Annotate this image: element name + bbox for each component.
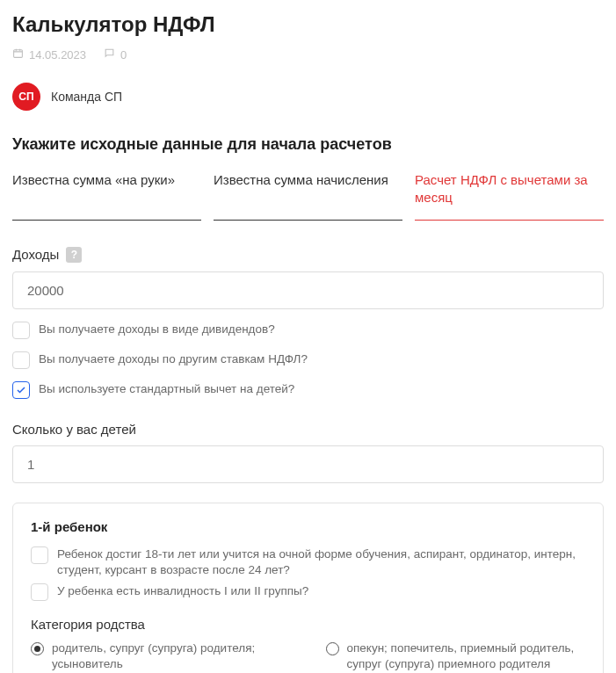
date-meta: 14.05.2023 [12, 47, 86, 62]
children-count-input[interactable] [12, 445, 604, 483]
comments-count: 0 [120, 48, 127, 62]
tab-known-gross[interactable]: Известна сумма начисления [214, 170, 402, 221]
checkbox-dividends-label: Вы получаете доходы в виде дивидендов? [39, 322, 275, 337]
help-icon[interactable]: ? [66, 247, 82, 263]
child-card: 1-й ребенок Ребенок достиг 18-ти лет или… [12, 503, 604, 674]
income-input[interactable] [12, 271, 604, 309]
radio-guardian-item[interactable]: опекун; попечитель, приемный родитель, с… [326, 640, 586, 672]
radio-guardian[interactable] [326, 642, 339, 655]
income-label: Доходы [12, 247, 59, 262]
checkbox-child-disability[interactable] [31, 583, 48, 601]
checkbox-dividends[interactable] [12, 322, 30, 339]
radio-guardian-label: опекун; попечитель, приемный родитель, с… [347, 640, 586, 672]
checkbox-other-rates[interactable] [12, 351, 30, 369]
child-card-title: 1-й ребенок [31, 519, 585, 534]
tabs: Известна сумма «на руки» Известна сумма … [12, 170, 604, 221]
calendar-icon [12, 47, 24, 62]
avatar: СП [12, 83, 40, 111]
svg-rect-0 [14, 50, 23, 58]
checkbox-child-deduction[interactable] [12, 381, 30, 399]
tab-deductions-month[interactable]: Расчет НДФЛ с вычетами за месяц [415, 170, 604, 221]
radio-parent[interactable] [31, 642, 44, 655]
checkbox-child-age-label: Ребенок достиг 18-ти лет или учится на о… [57, 546, 585, 578]
checkbox-child-deduction-row: Вы используете стандартный вычет на дете… [12, 381, 604, 399]
checkbox-child-deduction-label: Вы используете стандартный вычет на дете… [39, 381, 294, 397]
checkbox-child-age[interactable] [31, 546, 48, 564]
children-label: Сколько у вас детей [12, 422, 604, 437]
income-label-row: Доходы ? [12, 247, 604, 263]
checkbox-child-disability-label: У ребенка есть инвалидность I или II гру… [57, 583, 308, 599]
form-heading: Укажите исходные данные для начала расче… [12, 135, 604, 154]
radio-parent-item[interactable]: родитель, супруг (супруга) родителя; усы… [31, 640, 291, 672]
checkbox-child-age-row: Ребенок достиг 18-ти лет или учится на о… [31, 546, 585, 578]
checkbox-child-disability-row: У ребенка есть инвалидность I или II гру… [31, 583, 585, 601]
checkbox-other-rates-row: Вы получаете доходы по другим ставкам НД… [12, 351, 604, 369]
tab-known-net[interactable]: Известна сумма «на руки» [12, 170, 201, 221]
relation-label: Категория родства [31, 617, 585, 632]
date-value: 14.05.2023 [29, 48, 86, 62]
author-name[interactable]: Команда СП [51, 90, 122, 104]
radio-parent-label: родитель, супруг (супруга) родителя; усы… [52, 640, 291, 672]
checkbox-other-rates-label: Вы получаете доходы по другим ставкам НД… [39, 351, 308, 367]
author-row: СП Команда СП [12, 83, 604, 111]
comment-icon [104, 47, 115, 62]
checkbox-dividends-row: Вы получаете доходы в виде дивидендов? [12, 322, 604, 339]
meta-row: 14.05.2023 0 [12, 47, 604, 62]
comments-meta: 0 [104, 47, 127, 62]
page-title: Калькулятор НДФЛ [12, 12, 604, 37]
relation-radio-group: родитель, супруг (супруга) родителя; усы… [31, 640, 585, 672]
